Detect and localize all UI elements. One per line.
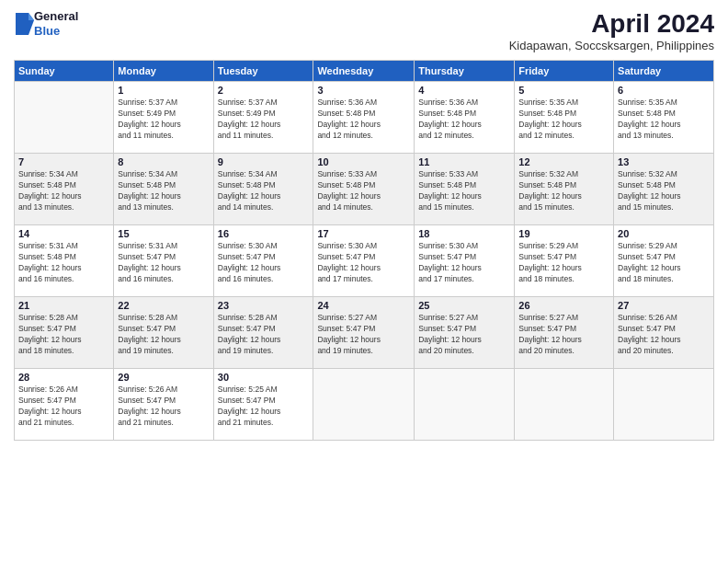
day-info: Sunrise: 5:34 AM Sunset: 5:48 PM Dayligh… [218, 169, 310, 213]
day-info: Sunrise: 5:27 AM Sunset: 5:47 PM Dayligh… [418, 313, 510, 357]
logo-general-text: General [34, 9, 78, 24]
table-row [415, 369, 515, 441]
calendar-week-row: 21Sunrise: 5:28 AM Sunset: 5:47 PM Dayli… [15, 297, 714, 369]
day-number: 13 [618, 156, 710, 167]
table-row: 30Sunrise: 5:25 AM Sunset: 5:47 PM Dayli… [213, 369, 313, 441]
day-info: Sunrise: 5:35 AM Sunset: 5:48 PM Dayligh… [618, 98, 710, 142]
table-row: 21Sunrise: 5:28 AM Sunset: 5:47 PM Dayli… [15, 297, 114, 369]
calendar-table: Sunday Monday Tuesday Wednesday Thursday… [14, 60, 714, 441]
table-row: 16Sunrise: 5:30 AM Sunset: 5:47 PM Dayli… [213, 225, 313, 297]
day-info: Sunrise: 5:26 AM Sunset: 5:47 PM Dayligh… [618, 313, 710, 357]
day-number: 25 [418, 300, 510, 311]
table-row: 8Sunrise: 5:34 AM Sunset: 5:48 PM Daylig… [114, 154, 213, 225]
day-info: Sunrise: 5:26 AM Sunset: 5:47 PM Dayligh… [18, 385, 109, 429]
day-number: 15 [118, 228, 209, 239]
day-number: 24 [317, 300, 410, 311]
day-info: Sunrise: 5:31 AM Sunset: 5:48 PM Dayligh… [18, 241, 109, 285]
day-number: 30 [218, 372, 310, 383]
day-info: Sunrise: 5:34 AM Sunset: 5:48 PM Dayligh… [118, 169, 209, 213]
table-row: 25Sunrise: 5:27 AM Sunset: 5:47 PM Dayli… [415, 297, 515, 369]
logo-blue-text: Blue [34, 24, 78, 39]
table-row: 19Sunrise: 5:29 AM Sunset: 5:47 PM Dayli… [515, 225, 614, 297]
day-number: 5 [518, 85, 609, 96]
day-info: Sunrise: 5:30 AM Sunset: 5:47 PM Dayligh… [218, 241, 310, 285]
table-row: 5Sunrise: 5:35 AM Sunset: 5:48 PM Daylig… [515, 82, 614, 154]
day-info: Sunrise: 5:31 AM Sunset: 5:47 PM Dayligh… [118, 241, 209, 285]
calendar-header-row: Sunday Monday Tuesday Wednesday Thursday… [15, 61, 714, 82]
table-row: 13Sunrise: 5:32 AM Sunset: 5:48 PM Dayli… [614, 154, 714, 225]
day-number: 14 [18, 228, 109, 239]
day-number: 1 [118, 85, 209, 96]
table-row: 27Sunrise: 5:26 AM Sunset: 5:47 PM Dayli… [614, 297, 714, 369]
day-number: 21 [18, 300, 109, 311]
day-info: Sunrise: 5:34 AM Sunset: 5:48 PM Dayligh… [18, 169, 109, 213]
day-number: 23 [218, 300, 310, 311]
table-row: 11Sunrise: 5:33 AM Sunset: 5:48 PM Dayli… [415, 154, 515, 225]
day-info: Sunrise: 5:28 AM Sunset: 5:47 PM Dayligh… [18, 313, 109, 357]
day-number: 20 [618, 228, 710, 239]
col-thursday: Thursday [415, 61, 515, 82]
day-info: Sunrise: 5:37 AM Sunset: 5:49 PM Dayligh… [218, 98, 310, 142]
calendar-week-row: 1Sunrise: 5:37 AM Sunset: 5:49 PM Daylig… [15, 82, 714, 154]
table-row: 26Sunrise: 5:27 AM Sunset: 5:47 PM Dayli… [515, 297, 614, 369]
day-info: Sunrise: 5:35 AM Sunset: 5:48 PM Dayligh… [518, 98, 609, 142]
day-number: 4 [418, 85, 510, 96]
day-number: 8 [118, 156, 209, 167]
day-number: 12 [518, 156, 609, 167]
page-header: General Blue April 2024 Kidapawan, Soccs… [14, 9, 714, 52]
logo-icon [16, 13, 34, 35]
day-info: Sunrise: 5:32 AM Sunset: 5:48 PM Dayligh… [518, 169, 609, 213]
logo: General Blue [14, 9, 78, 38]
day-number: 2 [218, 85, 310, 96]
table-row: 1Sunrise: 5:37 AM Sunset: 5:49 PM Daylig… [114, 82, 213, 154]
table-row: 15Sunrise: 5:31 AM Sunset: 5:47 PM Dayli… [114, 225, 213, 297]
day-number: 16 [218, 228, 310, 239]
day-number: 3 [317, 85, 410, 96]
table-row: 28Sunrise: 5:26 AM Sunset: 5:47 PM Dayli… [15, 369, 114, 441]
day-number: 17 [317, 228, 410, 239]
col-wednesday: Wednesday [313, 61, 415, 82]
day-info: Sunrise: 5:29 AM Sunset: 5:47 PM Dayligh… [518, 241, 609, 285]
day-number: 18 [418, 228, 510, 239]
calendar-week-row: 28Sunrise: 5:26 AM Sunset: 5:47 PM Dayli… [15, 369, 714, 441]
location-text: Kidapawan, Soccsksargen, Philippines [509, 39, 714, 52]
day-number: 26 [518, 300, 609, 311]
day-number: 19 [518, 228, 609, 239]
title-section: April 2024 Kidapawan, Soccsksargen, Phil… [509, 9, 714, 52]
day-info: Sunrise: 5:28 AM Sunset: 5:47 PM Dayligh… [118, 313, 209, 357]
day-number: 6 [618, 85, 710, 96]
day-info: Sunrise: 5:32 AM Sunset: 5:48 PM Dayligh… [618, 169, 710, 213]
day-number: 27 [618, 300, 710, 311]
table-row: 9Sunrise: 5:34 AM Sunset: 5:48 PM Daylig… [213, 154, 313, 225]
calendar-week-row: 14Sunrise: 5:31 AM Sunset: 5:48 PM Dayli… [15, 225, 714, 297]
table-row: 24Sunrise: 5:27 AM Sunset: 5:47 PM Dayli… [313, 297, 415, 369]
day-info: Sunrise: 5:36 AM Sunset: 5:48 PM Dayligh… [317, 98, 410, 142]
day-info: Sunrise: 5:26 AM Sunset: 5:47 PM Dayligh… [118, 385, 209, 429]
day-number: 22 [118, 300, 209, 311]
table-row [313, 369, 415, 441]
table-row: 6Sunrise: 5:35 AM Sunset: 5:48 PM Daylig… [614, 82, 714, 154]
table-row: 7Sunrise: 5:34 AM Sunset: 5:48 PM Daylig… [15, 154, 114, 225]
table-row: 2Sunrise: 5:37 AM Sunset: 5:49 PM Daylig… [213, 82, 313, 154]
day-info: Sunrise: 5:30 AM Sunset: 5:47 PM Dayligh… [317, 241, 410, 285]
table-row: 29Sunrise: 5:26 AM Sunset: 5:47 PM Dayli… [114, 369, 213, 441]
col-saturday: Saturday [614, 61, 714, 82]
day-info: Sunrise: 5:36 AM Sunset: 5:48 PM Dayligh… [418, 98, 510, 142]
table-row: 14Sunrise: 5:31 AM Sunset: 5:48 PM Dayli… [15, 225, 114, 297]
day-info: Sunrise: 5:27 AM Sunset: 5:47 PM Dayligh… [317, 313, 410, 357]
day-number: 10 [317, 156, 410, 167]
day-info: Sunrise: 5:28 AM Sunset: 5:47 PM Dayligh… [218, 313, 310, 357]
table-row: 12Sunrise: 5:32 AM Sunset: 5:48 PM Dayli… [515, 154, 614, 225]
table-row: 22Sunrise: 5:28 AM Sunset: 5:47 PM Dayli… [114, 297, 213, 369]
day-info: Sunrise: 5:33 AM Sunset: 5:48 PM Dayligh… [418, 169, 510, 213]
table-row: 18Sunrise: 5:30 AM Sunset: 5:47 PM Dayli… [415, 225, 515, 297]
table-row: 3Sunrise: 5:36 AM Sunset: 5:48 PM Daylig… [313, 82, 415, 154]
day-info: Sunrise: 5:37 AM Sunset: 5:49 PM Dayligh… [118, 98, 209, 142]
day-info: Sunrise: 5:30 AM Sunset: 5:47 PM Dayligh… [418, 241, 510, 285]
table-row [515, 369, 614, 441]
day-number: 28 [18, 372, 109, 383]
table-row [614, 369, 714, 441]
table-row: 4Sunrise: 5:36 AM Sunset: 5:48 PM Daylig… [415, 82, 515, 154]
day-info: Sunrise: 5:33 AM Sunset: 5:48 PM Dayligh… [317, 169, 410, 213]
table-row [15, 82, 114, 154]
